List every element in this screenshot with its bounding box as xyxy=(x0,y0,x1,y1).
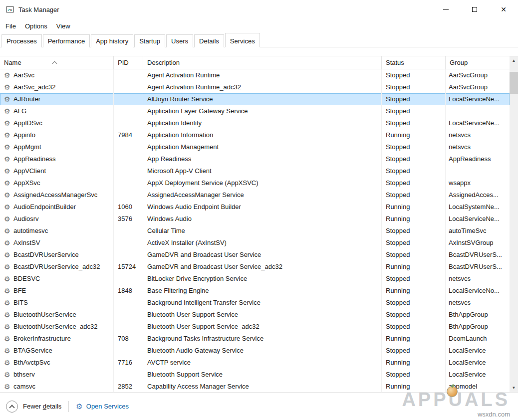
service-group-cell: BcastDVRUserS... xyxy=(446,249,510,261)
service-group-cell: AppReadiness xyxy=(446,153,510,165)
vertical-scrollbar[interactable]: ▲ ▼ xyxy=(510,56,518,392)
table-row[interactable]: ⚙AxInstSVActiveX Installer (AxInstSV)Sto… xyxy=(0,237,510,249)
menu-item-options[interactable]: Options xyxy=(20,20,52,32)
window-title: Task Manager xyxy=(18,6,59,13)
table-row[interactable]: ⚙AppVClientMicrosoft App-V ClientStopped xyxy=(0,165,510,177)
table-row[interactable]: ⚙bthservBluetooth Support ServiceStopped… xyxy=(0,369,510,381)
tab-details[interactable]: Details xyxy=(194,34,224,47)
table-row[interactable]: ⚙BcastDVRUserService_adc3215724GameDVR a… xyxy=(0,261,510,273)
tab-startup[interactable]: Startup xyxy=(134,34,165,47)
column-header-pid[interactable]: PID xyxy=(114,56,143,69)
service-gear-icon: ⚙ xyxy=(4,81,13,93)
service-pid-cell: 2852 xyxy=(114,381,143,393)
table-row[interactable]: ⚙Audiosrv3576Windows AudioRunningLocalSe… xyxy=(0,213,510,225)
table-row[interactable]: ⚙AppXSvcAppX Deployment Service (AppXSVC… xyxy=(0,177,510,189)
close-button[interactable]: ✕ xyxy=(489,0,518,19)
column-header-name[interactable]: Name xyxy=(0,56,114,69)
fewer-details-button[interactable]: Fewer details xyxy=(6,401,61,413)
service-description-cell: Application Management xyxy=(143,141,382,153)
service-group-cell: LocalServiceNo... xyxy=(446,285,510,297)
service-group-cell: LocalSystemNe... xyxy=(446,201,510,213)
scroll-up-icon[interactable]: ▲ xyxy=(510,56,518,65)
table-row[interactable]: ⚙Appinfo7984Application InformationRunni… xyxy=(0,129,510,141)
service-status-cell: Stopped xyxy=(382,69,446,81)
table-row[interactable]: ⚙AarSvcAgent Activation RuntimeStoppedAa… xyxy=(0,69,510,81)
service-pid-cell xyxy=(114,225,143,237)
scroll-down-icon[interactable]: ▼ xyxy=(510,384,518,392)
service-status-cell: Stopped xyxy=(382,297,446,309)
close-icon: ✕ xyxy=(501,6,507,13)
service-description-cell: App Readiness xyxy=(143,153,382,165)
service-description-cell: Windows Audio Endpoint Builder xyxy=(143,201,382,213)
table-row[interactable]: ⚙BthAvctpSvc7716AVCTP serviceRunningLoca… xyxy=(0,357,510,369)
menu-item-view[interactable]: View xyxy=(52,20,75,32)
service-status-cell: Running xyxy=(382,333,446,345)
service-description-cell: BitLocker Drive Encryption Service xyxy=(143,273,382,285)
menu-item-file[interactable]: File xyxy=(1,20,20,32)
tab-processes[interactable]: Processes xyxy=(1,34,42,47)
service-group-cell: LocalServiceNe... xyxy=(446,117,510,129)
minimize-button[interactable] xyxy=(431,0,460,19)
service-gear-icon: ⚙ xyxy=(4,225,13,237)
service-pid-cell xyxy=(114,105,143,117)
service-group-cell: LocalService xyxy=(446,345,510,357)
service-description-cell: Bluetooth Audio Gateway Service xyxy=(143,345,382,357)
service-status-cell: Stopped xyxy=(382,141,446,153)
tab-performance[interactable]: Performance xyxy=(43,34,90,47)
table-row[interactable]: ⚙camsvc2852Capability Access Manager Ser… xyxy=(0,381,510,393)
column-header-description[interactable]: Description xyxy=(143,56,382,69)
service-gear-icon: ⚙ xyxy=(4,141,13,153)
table-row[interactable]: ⚙BITSBackground Intelligent Transfer Ser… xyxy=(0,297,510,309)
table-row[interactable]: ⚙AppMgmtApplication ManagementStoppednet… xyxy=(0,141,510,153)
tab-services[interactable]: Services xyxy=(225,33,260,47)
table-row[interactable]: ⚙BTAGServiceBluetooth Audio Gateway Serv… xyxy=(0,345,510,357)
minimize-icon xyxy=(443,9,449,10)
service-status-cell: Stopped xyxy=(382,81,446,93)
service-name-cell: ⚙AppReadiness xyxy=(0,153,114,165)
scrollbar-thumb[interactable] xyxy=(510,72,518,94)
table-row[interactable]: ⚙BcastDVRUserServiceGameDVR and Broadcas… xyxy=(0,249,510,261)
tab-users[interactable]: Users xyxy=(166,34,193,47)
table-row[interactable]: ⚙AppReadinessApp ReadinessStoppedAppRead… xyxy=(0,153,510,165)
table-row[interactable]: ⚙AarSvc_adc32Agent Activation Runtime_ad… xyxy=(0,81,510,93)
service-group-cell: LocalService xyxy=(446,369,510,381)
column-header-group[interactable]: Group xyxy=(446,56,510,69)
service-group-cell: LocalService xyxy=(446,357,510,369)
service-status-cell: Running xyxy=(382,201,446,213)
footer-bar: Fewer details ⚙ Open Services xyxy=(0,392,518,420)
table-row[interactable]: ⚙AppIDSvcApplication IdentityStoppedLoca… xyxy=(0,117,510,129)
table-row[interactable]: ⚙AJRouterAllJoyn Router ServiceStoppedLo… xyxy=(0,93,510,105)
table-row[interactable]: ⚙BluetoothUserServiceBluetooth User Supp… xyxy=(0,309,510,321)
table-row[interactable]: ⚙BrokerInfrastructure708Background Tasks… xyxy=(0,333,510,345)
tab-app-history[interactable]: App history xyxy=(91,34,133,47)
service-status-cell: Running xyxy=(382,129,446,141)
service-gear-icon: ⚙ xyxy=(4,273,13,285)
service-name-cell: ⚙BluetoothUserService_adc32 xyxy=(0,321,114,333)
service-group-cell: netsvcs xyxy=(446,141,510,153)
table-row[interactable]: ⚙AudioEndpointBuilder1060Windows Audio E… xyxy=(0,201,510,213)
table-row[interactable]: ⚙BluetoothUserService_adc32Bluetooth Use… xyxy=(0,321,510,333)
service-pid-cell xyxy=(114,309,143,321)
service-description-cell: Bluetooth User Support Service_adc32 xyxy=(143,321,382,333)
column-header-status[interactable]: Status xyxy=(382,56,446,69)
service-name-cell: ⚙BFE xyxy=(0,285,114,297)
open-services-link[interactable]: ⚙ Open Services xyxy=(76,402,129,411)
service-pid-cell xyxy=(114,321,143,333)
service-gear-icon: ⚙ xyxy=(4,285,13,297)
table-header: Name PID Description Status Group xyxy=(0,56,510,69)
table-row[interactable]: ⚙BDESVCBitLocker Drive Encryption Servic… xyxy=(0,273,510,285)
service-pid-cell: 7984 xyxy=(114,129,143,141)
table-row[interactable]: ⚙autotimesvcCellular TimeStoppedautoTime… xyxy=(0,225,510,237)
maximize-button[interactable] xyxy=(460,0,489,19)
service-status-cell: Stopped xyxy=(382,249,446,261)
service-description-cell: Application Identity xyxy=(143,117,382,129)
service-group-cell: DcomLaunch xyxy=(446,333,510,345)
table-row[interactable]: ⚙ALGApplication Layer Gateway ServiceSto… xyxy=(0,105,510,117)
service-gear-icon: ⚙ xyxy=(4,189,13,201)
service-pid-cell xyxy=(114,81,143,93)
services-gear-icon: ⚙ xyxy=(76,402,82,411)
table-row[interactable]: ⚙AssignedAccessManagerSvcAssignedAccessM… xyxy=(0,189,510,201)
service-name-cell: ⚙BcastDVRUserService xyxy=(0,249,114,261)
table-row[interactable]: ⚙BFE1848Base Filtering EngineRunningLoca… xyxy=(0,285,510,297)
service-pid-cell xyxy=(114,177,143,189)
